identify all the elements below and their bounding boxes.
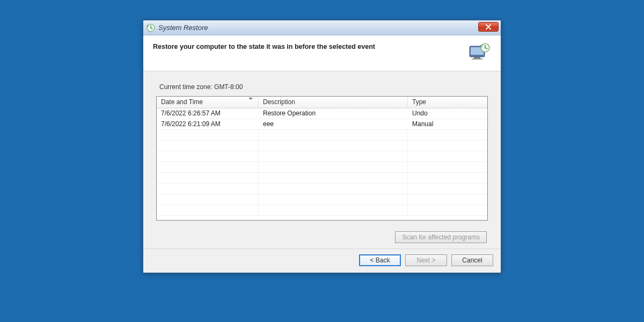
scan-button-row: Scan for affected programs <box>156 221 488 243</box>
wizard-footer: < Back Next > Cancel <box>143 248 501 273</box>
back-button[interactable]: < Back <box>359 254 401 266</box>
window-title: System Restore <box>158 24 208 32</box>
timezone-label: Current time zone: GMT-8:00 <box>159 83 488 91</box>
table-row[interactable]: 7/6/2022 6:26:57 AM Restore Operation Un… <box>157 108 487 119</box>
header-section: Restore your computer to the state it wa… <box>143 35 501 71</box>
table-row-empty <box>157 141 487 151</box>
cell-description: Restore Operation <box>259 108 408 119</box>
close-button[interactable] <box>478 22 499 32</box>
column-header-description[interactable]: Description <box>259 97 408 108</box>
cell-type: Manual <box>408 119 487 129</box>
instruction-text: Restore your computer to the state it wa… <box>153 42 375 50</box>
cell-description: eee <box>259 119 408 129</box>
table-row[interactable]: 7/6/2022 6:21:09 AM eee Manual <box>157 119 487 130</box>
system-restore-window: System Restore Restore your computer to … <box>143 20 501 273</box>
table-row-empty <box>157 205 487 216</box>
table-header-row: Date and Time Description Type <box>157 97 487 108</box>
cell-date: 7/6/2022 6:21:09 AM <box>157 119 259 129</box>
titlebar: System Restore <box>143 20 501 35</box>
cell-type: Undo <box>408 108 487 119</box>
column-header-date[interactable]: Date and Time <box>157 97 259 108</box>
table-row-empty <box>157 184 487 194</box>
cell-date: 7/6/2022 6:26:57 AM <box>157 108 259 119</box>
column-header-type[interactable]: Type <box>408 97 487 108</box>
table-row-empty <box>157 173 487 184</box>
table-row-empty <box>157 130 487 141</box>
svg-rect-3 <box>474 57 480 58</box>
cancel-button[interactable]: Cancel <box>451 254 493 266</box>
table-row-empty <box>157 151 487 162</box>
svg-rect-4 <box>472 58 482 60</box>
table-row-empty <box>157 194 487 205</box>
restore-points-table: Date and Time Description Type 7/6/2022 … <box>156 96 488 221</box>
table-body: 7/6/2022 6:26:57 AM Restore Operation Un… <box>157 108 487 221</box>
scan-affected-programs-button[interactable]: Scan for affected programs <box>395 231 487 243</box>
close-icon <box>486 24 491 30</box>
restore-monitor-icon <box>467 42 491 63</box>
system-restore-icon <box>147 24 155 32</box>
content-area: Current time zone: GMT-8:00 Date and Tim… <box>143 71 501 248</box>
table-row-empty <box>157 162 487 173</box>
next-button[interactable]: Next > <box>405 254 447 266</box>
